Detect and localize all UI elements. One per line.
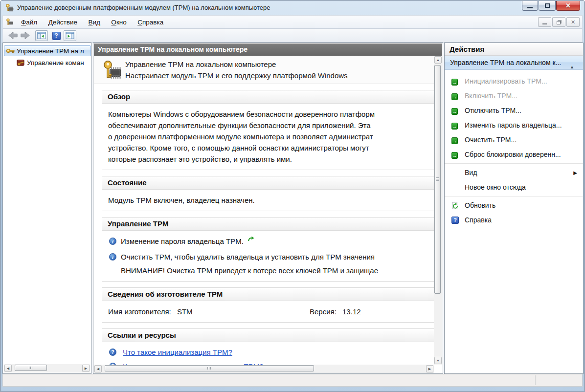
close-icon: ✕: [565, 2, 571, 9]
action-refresh[interactable]: Обновить: [445, 198, 583, 213]
show-console-tree-icon: [37, 32, 46, 40]
scrollbar-thumb[interactable]: [15, 365, 47, 371]
overview-line: Компьютеры Windows с оборудованием безоп…: [108, 109, 434, 120]
mmc-window: Управление доверенным платформенным моду…: [0, 0, 585, 392]
manufacturer-version-label: Версия:: [310, 307, 337, 316]
status-bar-divider: [535, 375, 536, 385]
key-icon: [6, 47, 15, 55]
manufacturer-version-value: 13.12: [342, 307, 361, 316]
scrollbar-thumb[interactable]: [105, 365, 314, 371]
menu-action[interactable]: Действие: [44, 17, 82, 27]
results-horizontal-scrollbar[interactable]: ◀ ▶: [94, 365, 434, 373]
tpm-key-chip-icon: [5, 3, 14, 12]
action-enable-tpm[interactable]: → Включить TPM...: [445, 88, 583, 103]
tpm-action-icon: →: [451, 152, 458, 159]
results-panel: Управление TPM на локальном компьютере: [93, 43, 443, 374]
console-tree-panel: Управление TPM на л Управление коман ◀ ▶: [2, 43, 91, 374]
link-what-is-tpm-initialization[interactable]: Что такое инициализация TPM?: [123, 347, 232, 358]
actions-separator: [445, 196, 583, 196]
results-viewport: Управление TPM на локальном компьютере Н…: [94, 56, 434, 365]
menu-help[interactable]: Справка: [133, 17, 168, 27]
tree-horizontal-scrollbar[interactable]: ◀ ▶: [4, 364, 90, 372]
actions-separator: [445, 163, 583, 164]
child-close-button[interactable]: ✕: [566, 17, 580, 27]
menu-bar: Файл Действие Вид Окно Справка ✕: [2, 15, 583, 29]
child-restore-button[interactable]: [552, 17, 565, 27]
maximize-icon: [545, 3, 550, 8]
show-console-tree-button[interactable]: [35, 30, 48, 41]
menu-view[interactable]: Вид: [84, 17, 104, 27]
action-change-owner-password[interactable]: → Изменить пароль владельца...: [445, 118, 583, 132]
scroll-left-icon[interactable]: ◀: [94, 365, 102, 372]
submenu-arrow-icon: ▶: [573, 170, 577, 175]
menu-file[interactable]: Файл: [17, 17, 42, 27]
section-status-title: Состояние: [102, 176, 434, 190]
action-label: Очистить TPM...: [465, 136, 517, 144]
banner-subtitle: Настраивает модуль TPM и его поддержку п…: [125, 71, 348, 80]
overview-line: которые распознает это устройство, и упр…: [108, 153, 434, 165]
results-header: Управление TPM на локальном компьютере: [94, 44, 442, 56]
action-label: Отключить TPM...: [465, 107, 521, 114]
console-key-icon: [6, 18, 14, 26]
forward-icon[interactable]: [20, 31, 31, 40]
banner-title: Управление TPM на локальном компьютере: [125, 60, 276, 68]
tpm-action-icon: →: [451, 123, 458, 130]
action-label: Сброс блокировки доверенн...: [465, 151, 561, 158]
section-links-title: Ссылки и ресурсы: [102, 329, 434, 342]
section-overview: Обзор Компьютеры Windows с оборудованием…: [102, 90, 434, 170]
child-minimize-button[interactable]: [538, 17, 551, 27]
action-new-window-from-here[interactable]: Новое окно отсюда: [445, 180, 583, 195]
action-help[interactable]: ? Справка: [445, 213, 583, 227]
clear-tpm-warning: ВНИМАНИЕ! Очистка TPM приведет к потере …: [121, 265, 434, 276]
link-when-enable-disable-tpm[interactable]: Когда нужно включать и отключать TPM?: [123, 361, 264, 365]
action-label: Инициализировать TPM...: [465, 77, 547, 85]
results-vertical-scrollbar[interactable]: ▲ ▼: [434, 56, 442, 365]
show-action-pane-button[interactable]: [64, 30, 76, 41]
action-label: Включить TPM...: [465, 92, 518, 100]
help-icon: ?: [451, 217, 459, 224]
status-bar: [2, 374, 583, 387]
scroll-left-icon[interactable]: ◀: [4, 365, 12, 372]
chevron-up-icon[interactable]: ▲: [570, 60, 574, 70]
info-icon: i: [109, 253, 116, 261]
titlebar[interactable]: Управление доверенным платформенным моду…: [0, 0, 585, 15]
tpm-status-text: Модуль TPM включен, владелец назначен.: [108, 195, 434, 206]
command-chest-key-icon: [16, 59, 25, 66]
section-overview-title: Обзор: [102, 90, 434, 104]
info-icon: i: [109, 238, 116, 245]
help-bullet-icon: ?: [109, 348, 116, 356]
action-label: Изменить пароль владельца...: [465, 121, 562, 129]
show-action-pane-icon: [66, 32, 74, 40]
tree-item-command-management[interactable]: Управление коман: [4, 57, 91, 68]
refresh-icon: [451, 202, 459, 210]
menu-window[interactable]: Окно: [107, 17, 131, 27]
back-icon[interactable]: [7, 31, 18, 40]
scroll-down-icon[interactable]: ▼: [434, 357, 442, 364]
management-item-clear-tpm: Очистить TPM, чтобы удалить владельца и …: [121, 251, 375, 262]
actions-group-header[interactable]: Управление TPM на локальном к... ▲: [445, 56, 583, 70]
manufacturer-name-value: STM: [177, 307, 193, 316]
help-button[interactable]: ?: [50, 30, 63, 41]
scrollbar-thumb[interactable]: [434, 65, 441, 294]
close-button[interactable]: ✕: [556, 1, 580, 11]
action-view[interactable]: Вид ▶: [445, 165, 583, 180]
action-reset-tpm-lockout[interactable]: → Сброс блокировки доверенн...: [445, 147, 583, 162]
section-management: Управление TPM i Изменение пароля владел…: [102, 217, 434, 282]
scroll-right-icon[interactable]: ▶: [82, 365, 90, 372]
overview-line: обеспечивают дополнительные функции безо…: [108, 120, 434, 131]
action-initialize-tpm[interactable]: → Инициализировать TPM...: [445, 74, 583, 88]
scroll-right-icon[interactable]: ▶: [426, 365, 433, 372]
shortcut-arrow-icon[interactable]: [248, 236, 255, 242]
maximize-button[interactable]: [539, 1, 556, 11]
tpm-action-icon: →: [451, 93, 458, 100]
tree-item-tpm-local[interactable]: Управление TPM на л: [4, 45, 91, 56]
actions-group-label: Управление TPM на локальном к...: [450, 59, 561, 66]
minimize-button[interactable]: [522, 1, 538, 11]
manufacturer-name-label: Имя изготовителя:: [108, 307, 171, 316]
action-clear-tpm[interactable]: → Очистить TPM...: [445, 132, 583, 147]
page-banner: Управление TPM на локальном компьютере Н…: [94, 56, 434, 84]
scroll-up-icon[interactable]: ▲: [434, 56, 442, 64]
work-area: Управление TPM на л Управление коман ◀ ▶: [2, 43, 583, 374]
tpm-action-icon: →: [451, 108, 458, 115]
action-disable-tpm[interactable]: → Отключить TPM...: [445, 103, 583, 118]
